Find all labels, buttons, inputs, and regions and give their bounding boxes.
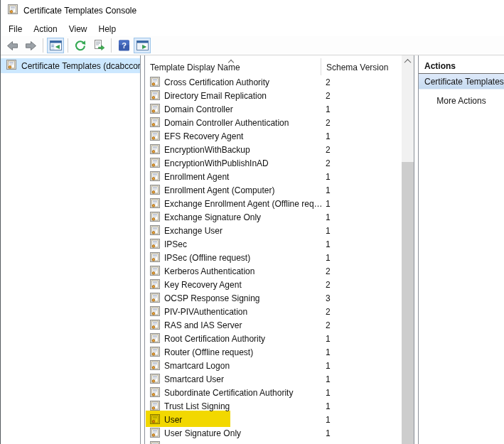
schema-version-cell: 1 bbox=[326, 226, 331, 236]
template-name-cell: Domain Controller Authentication bbox=[164, 118, 326, 128]
template-name-cell: Enrollment Agent (Computer) bbox=[164, 185, 326, 195]
title-bar: Certificate Templates Console bbox=[1, 0, 504, 21]
scroll-up-button[interactable] bbox=[402, 55, 414, 67]
show-action-pane-button[interactable] bbox=[134, 38, 151, 53]
certificate-template-icon bbox=[149, 293, 161, 303]
export-list-button[interactable] bbox=[90, 38, 107, 53]
table-row[interactable]: IPSec (Offline request) 1 bbox=[145, 251, 402, 264]
table-row[interactable]: OCSP Response Signing 3 bbox=[145, 291, 402, 305]
template-name-cell: Subordinate Certification Authority bbox=[164, 388, 326, 398]
menu-view[interactable]: View bbox=[63, 23, 93, 36]
template-name-cell: Trust List Signing bbox=[164, 401, 326, 411]
console-tree-icon bbox=[50, 40, 62, 50]
certificate-template-icon bbox=[149, 171, 161, 182]
table-row-partial[interactable] bbox=[145, 440, 402, 444]
template-name-cell: Kerberos Authentication bbox=[164, 266, 326, 276]
schema-version-cell: 3 bbox=[326, 293, 331, 303]
table-row[interactable]: Key Recovery Agent 2 bbox=[145, 278, 402, 291]
table-row[interactable]: Root Certification Authority 1 bbox=[145, 332, 402, 345]
table-row[interactable]: Smartcard Logon 1 bbox=[145, 359, 402, 372]
certificate-template-icon bbox=[149, 374, 161, 384]
toolbar-separator bbox=[43, 38, 43, 53]
column-header-template-display-name[interactable]: Template Display Name bbox=[145, 58, 321, 75]
template-name-cell: EncryptionWithPublishInAD bbox=[164, 158, 326, 168]
tree-item-label: Certificate Templates (dcabccorp bbox=[21, 61, 140, 71]
certificate-template-icon bbox=[149, 360, 161, 371]
certificate-template-icon bbox=[149, 104, 161, 114]
certificate-template-icon bbox=[149, 90, 161, 101]
console-tree-pane: Certificate Templates (dcabccorp bbox=[1, 55, 141, 444]
table-row[interactable]: User Signature Only 1 bbox=[145, 426, 402, 440]
table-row[interactable]: Domain Controller 1 bbox=[145, 102, 402, 116]
schema-version-cell: 2 bbox=[326, 307, 331, 317]
template-name-cell: Cross Certification Authority bbox=[164, 77, 326, 87]
table-row[interactable]: Router (Offline request) 1 bbox=[145, 345, 402, 359]
column-header-schema-version[interactable]: Schema Version bbox=[321, 58, 388, 75]
table-row[interactable]: PIV-PIVAuthentication 2 bbox=[145, 305, 402, 318]
table-row[interactable]: Exchange Signature Only 1 bbox=[145, 210, 402, 224]
certificate-template-icon bbox=[149, 225, 161, 236]
certificate-template-icon bbox=[149, 387, 161, 398]
toolbar-separator bbox=[111, 38, 112, 53]
table-row[interactable]: User 1 bbox=[145, 413, 402, 426]
template-name-cell: RAS and IAS Server bbox=[164, 320, 326, 330]
table-row[interactable]: Subordinate Certification Authority 1 bbox=[145, 386, 402, 399]
refresh-button[interactable] bbox=[72, 38, 89, 53]
tree-item-certificate-templates[interactable]: Certificate Templates (dcabccorp bbox=[1, 58, 140, 73]
certificate-template-icon bbox=[6, 60, 17, 72]
menu-action[interactable]: Action bbox=[28, 23, 63, 36]
template-name-cell: Smartcard User bbox=[164, 374, 326, 384]
certificate-template-icon bbox=[149, 320, 161, 330]
schema-version-cell: 1 bbox=[326, 253, 331, 263]
table-row[interactable]: EFS Recovery Agent 1 bbox=[145, 129, 402, 143]
template-name-cell: User Signature Only bbox=[164, 428, 326, 438]
forward-button[interactable] bbox=[22, 38, 39, 53]
scrollbar-thumb[interactable] bbox=[402, 162, 414, 444]
help-button[interactable]: ? bbox=[115, 38, 132, 53]
schema-version-cell: 1 bbox=[326, 347, 331, 357]
back-button[interactable] bbox=[4, 38, 21, 53]
table-row[interactable]: Domain Controller Authentication 2 bbox=[145, 116, 402, 129]
actions-pane: Actions Certificate Templates More Actio… bbox=[418, 55, 504, 444]
table-row[interactable]: Exchange User 1 bbox=[145, 224, 402, 237]
menu-file[interactable]: File bbox=[3, 23, 28, 36]
main-area: Certificate Templates (dcabccorp Templat… bbox=[1, 55, 504, 444]
template-name-cell: OCSP Response Signing bbox=[164, 293, 326, 303]
show-console-tree-button[interactable] bbox=[47, 38, 64, 53]
table-row[interactable]: Kerberos Authentication 2 bbox=[145, 264, 402, 278]
templates-list-pane: Template Display Name Schema Version Cro… bbox=[144, 55, 414, 444]
toolbar: ? bbox=[1, 36, 504, 55]
table-row[interactable]: Trust List Signing 1 bbox=[145, 399, 402, 413]
certificate-template-icon bbox=[149, 185, 161, 195]
vertical-scrollbar[interactable] bbox=[402, 55, 414, 444]
table-row[interactable]: IPSec 1 bbox=[145, 237, 402, 251]
table-row[interactable]: Cross Certification Authority 2 bbox=[145, 75, 402, 89]
schema-version-cell: 1 bbox=[326, 415, 331, 425]
template-name-cell: Smartcard Logon bbox=[164, 361, 326, 371]
table-row[interactable]: Enrollment Agent 1 bbox=[145, 170, 402, 183]
certificate-template-icon bbox=[149, 198, 161, 209]
table-row[interactable]: RAS and IAS Server 2 bbox=[145, 318, 402, 332]
schema-version-cell: 1 bbox=[326, 374, 331, 384]
certificate-template-icon bbox=[149, 131, 161, 141]
table-row[interactable]: EncryptionWithPublishInAD 2 bbox=[145, 156, 402, 170]
template-name-cell: EncryptionWithBackup bbox=[164, 145, 326, 155]
schema-version-cell: 2 bbox=[326, 145, 331, 155]
actions-context-certificate-templates[interactable]: Certificate Templates bbox=[419, 74, 504, 90]
table-row[interactable]: Smartcard User 1 bbox=[145, 372, 402, 386]
schema-version-cell: 2 bbox=[326, 118, 331, 128]
template-name-cell: Directory Email Replication bbox=[164, 91, 326, 101]
certificate-template-icon bbox=[149, 428, 161, 438]
svg-text:?: ? bbox=[122, 41, 127, 50]
table-row[interactable]: EncryptionWithBackup 2 bbox=[145, 143, 402, 156]
table-row[interactable]: Enrollment Agent (Computer) 1 bbox=[145, 183, 402, 197]
chevron-up-icon bbox=[404, 59, 412, 66]
schema-version-cell: 1 bbox=[326, 401, 331, 411]
menu-help[interactable]: Help bbox=[93, 23, 122, 36]
template-name-cell: Router (Offline request) bbox=[164, 347, 326, 357]
schema-version-cell: 1 bbox=[326, 172, 331, 182]
more-actions-button[interactable]: More Actions bbox=[419, 96, 504, 106]
table-row[interactable]: Exchange Enrollment Agent (Offline requ.… bbox=[145, 197, 402, 210]
table-row[interactable]: Directory Email Replication 2 bbox=[145, 89, 402, 102]
schema-version-cell: 1 bbox=[326, 185, 331, 195]
